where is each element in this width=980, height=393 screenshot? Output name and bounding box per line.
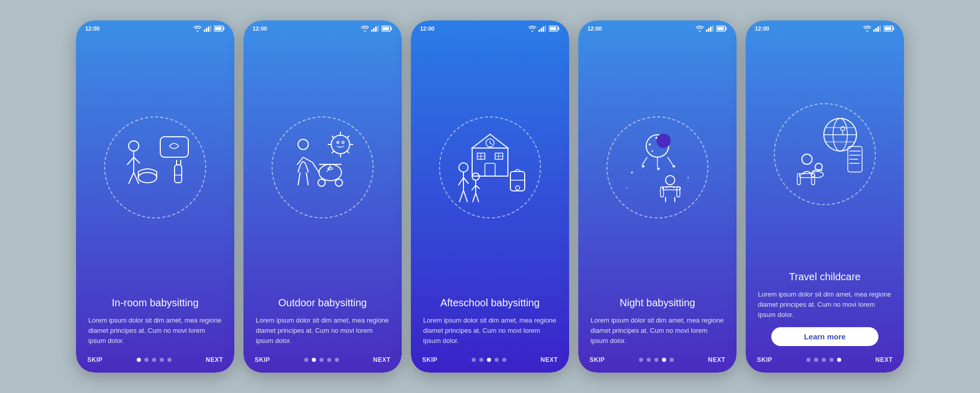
svg-rect-25 [375,27,377,32]
text-area: Outdoor babysitting Lorem ipsum dolor si… [243,296,402,351]
svg-rect-28 [382,27,389,30]
wifi-icon [696,26,704,32]
dot-2 [487,358,491,362]
svg-point-103 [666,176,675,185]
skip-button[interactable]: SKIP [590,356,605,363]
text-area: Afteschool babysitting Lorem ipsum dolor… [411,296,569,351]
svg-point-125 [841,127,845,131]
svg-marker-102 [672,165,675,167]
icon-area [578,34,737,296]
screen-description: Lorem ipsum dolor sit dim amet, mea regi… [256,315,389,346]
skip-button[interactable]: SKIP [757,356,772,363]
battery-icon [716,26,727,32]
svg-rect-23 [371,30,373,32]
svg-rect-85 [706,30,707,32]
svg-rect-50 [538,30,540,32]
screen-description: Lorem ipsum dolor sit dim amet, mea regi… [88,315,222,346]
skip-button[interactable]: SKIP [87,356,103,363]
next-button[interactable]: NEXT [373,356,390,363]
svg-rect-90 [717,27,724,30]
battery-icon [549,26,560,32]
svg-point-96 [652,150,653,152]
next-button[interactable]: NEXT [541,356,558,363]
svg-point-132 [802,154,812,164]
dot-4 [335,358,339,362]
svg-point-40 [342,141,344,143]
svg-line-11 [134,157,140,163]
svg-point-14 [138,173,157,183]
screen-title: Outdoor babysitting [256,296,389,309]
svg-line-43 [303,157,312,162]
svg-rect-135 [812,174,815,185]
next-button[interactable]: NEXT [708,356,725,363]
next-button[interactable]: NEXT [206,356,223,363]
dot-2 [320,358,324,362]
svg-rect-115 [877,27,879,32]
svg-point-48 [335,179,342,186]
screen-description: Lorem ipsum dolor sit dim amet, mea regi… [591,315,724,346]
status-bar: 12:00 [746,20,904,34]
svg-line-61 [490,143,492,144]
svg-point-95 [655,137,657,139]
signal-icon [538,26,547,32]
dot-4 [837,358,841,362]
svg-rect-106 [677,187,680,197]
svg-rect-88 [712,26,714,32]
icon-circle [272,116,374,218]
icon-area [243,34,402,296]
svg-line-44 [298,173,300,185]
svg-line-71 [458,178,463,185]
dot-1 [312,358,316,362]
svg-line-97 [642,157,647,165]
svg-marker-100 [642,165,645,167]
svg-rect-52 [543,27,544,32]
skip-button[interactable]: SKIP [255,356,270,363]
skip-button[interactable]: SKIP [422,356,437,363]
learn-more-button[interactable]: Learn more [771,327,878,346]
svg-rect-86 [708,28,709,32]
dot-1 [479,358,483,362]
screen-description: Lorem ipsum dolor sit dim amet, mea regi… [758,289,892,320]
svg-line-12 [129,173,134,184]
svg-rect-18 [175,165,182,183]
pagination-dots [137,358,172,362]
svg-rect-26 [377,26,379,32]
svg-rect-114 [875,28,877,32]
pagination-dots [304,358,339,362]
svg-rect-68 [485,163,495,176]
svg-line-35 [332,136,334,138]
dot-0 [137,358,141,362]
dot-3 [662,358,666,362]
svg-line-99 [668,157,673,165]
svg-line-74 [463,190,468,202]
svg-line-77 [472,185,476,190]
time-label: 12:00 [253,26,267,32]
status-icons [528,26,560,32]
dot-4 [670,358,674,362]
svg-line-36 [347,151,349,153]
wifi-icon [863,26,871,32]
svg-rect-87 [710,27,712,32]
dot-0 [806,358,811,362]
dot-3 [160,358,164,362]
dot-0 [304,358,308,362]
svg-point-109 [631,171,633,174]
svg-rect-1 [204,30,205,32]
svg-line-80 [476,193,479,202]
svg-marker-101 [657,167,660,170]
next-button[interactable]: NEXT [875,356,893,363]
bottom-nav: SKIP NEXT [411,351,569,373]
status-icons [361,26,393,32]
svg-rect-105 [660,187,664,197]
svg-point-69 [459,163,468,172]
dot-2 [152,358,156,362]
svg-line-10 [127,157,134,165]
dot-3 [495,358,499,362]
time-label: 12:00 [85,26,100,32]
battery-icon [214,26,225,32]
svg-line-42 [297,157,303,165]
svg-point-137 [811,171,823,178]
svg-point-111 [626,187,628,188]
svg-point-47 [318,179,325,186]
dot-1 [647,358,651,362]
